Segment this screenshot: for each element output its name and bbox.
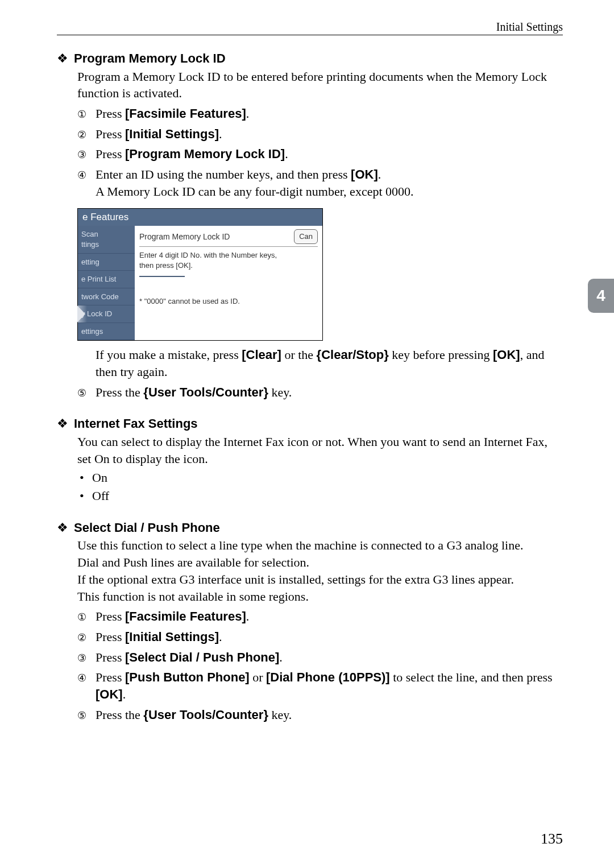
step-post: . — [219, 127, 222, 141]
screenshot-main-title: Program Memory Lock ID — [139, 232, 230, 242]
step-pre: Enter an ID using the number keys, and t… — [96, 167, 351, 181]
list-item: Off — [77, 487, 563, 505]
step: ① Press [Facsimile Features]. — [77, 608, 563, 625]
step-number-icon: ③ — [77, 148, 96, 162]
t: . — [123, 687, 126, 701]
t: to select the line, and then press — [390, 670, 553, 684]
screenshot-sidebar: Scan ttings etting e Print List twork Co… — [78, 226, 135, 340]
bullet-list: On Off — [77, 469, 563, 504]
step-number-icon: ⑤ — [77, 709, 96, 722]
step-pre: Press — [96, 127, 125, 141]
step-number-icon: ② — [77, 128, 96, 142]
step-number-icon: ② — [77, 631, 96, 644]
page-number: 135 — [541, 829, 563, 849]
sidebar-tab[interactable]: e Print List — [78, 271, 135, 288]
step-number-icon: ① — [77, 108, 96, 121]
diamond-bullet-icon: ❖ — [57, 50, 68, 67]
step: ① Press [Facsimile Features]. — [77, 105, 563, 122]
section-intro: Program a Memory Lock ID to be entered b… — [77, 68, 563, 102]
ui-label: [Initial Settings] — [125, 630, 219, 644]
section-title: Internet Fax Settings — [74, 415, 198, 432]
step: ② Press [Initial Settings]. — [77, 126, 563, 143]
step-pre: Press — [96, 147, 125, 161]
section-intro: You can select to display the Internet F… — [77, 433, 563, 467]
ui-label: [Select Dial / Push Phone] — [125, 650, 279, 664]
diamond-bullet-icon: ❖ — [57, 415, 68, 432]
step-extra: A Memory Lock ID can be any four-digit n… — [96, 184, 414, 199]
step-post: . — [219, 630, 222, 644]
sidebar-tab[interactable]: twork Code — [78, 288, 135, 306]
step-text: Press [Facsimile Features]. — [96, 105, 563, 122]
step-number-icon: ④ — [77, 168, 96, 182]
step: ④ Enter an ID using the number keys, and… — [77, 166, 563, 200]
step-pre: Press the — [96, 385, 143, 399]
step-text: Press [Select Dial / Push Phone]. — [96, 649, 563, 666]
step-pre: Press — [96, 630, 125, 644]
step-number-icon: ③ — [77, 651, 96, 665]
step: ⑤ Press the {User Tools/Counter} key. — [77, 706, 563, 724]
step: ⑤ Press the {User Tools/Counter} key. — [77, 384, 563, 401]
sidebar-tab-selected[interactable]: y Lock ID — [78, 305, 135, 323]
step-pre: Press — [96, 106, 125, 121]
step-pre: Press the — [96, 708, 143, 722]
t: If you make a mistake, press — [96, 348, 242, 362]
sidebar-tab[interactable]: Scan ttings — [78, 226, 135, 253]
ui-label: [Dial Phone (10PPS)] — [266, 670, 390, 684]
para: This function is not available in some r… — [77, 588, 563, 605]
step-text: Press [Facsimile Features]. — [96, 608, 563, 625]
post-screenshot-note: If you make a mistake, press [Clear] or … — [96, 346, 563, 380]
id-input[interactable] — [139, 274, 185, 277]
step-pre: Press — [96, 650, 125, 664]
cancel-button[interactable]: Can — [294, 229, 318, 244]
list-item: On — [77, 469, 563, 486]
ui-label: [OK] — [493, 348, 520, 362]
ui-label: [OK] — [96, 687, 123, 701]
step-number-icon: ④ — [77, 671, 96, 685]
step-post: . — [285, 147, 288, 161]
ui-label: [OK] — [351, 167, 378, 181]
step-text: Press [Initial Settings]. — [96, 629, 563, 646]
ui-label: [Clear] — [242, 348, 281, 362]
step-pre: Press — [96, 609, 125, 623]
para: If the optional extra G3 interface unit … — [77, 571, 563, 588]
step-post: key. — [268, 385, 292, 399]
t: or — [250, 670, 266, 684]
step-post: key. — [268, 708, 292, 722]
ui-label: [Initial Settings] — [125, 127, 219, 141]
section-title: Select Dial / Push Phone — [74, 519, 220, 536]
screenshot-titlebar: e Features — [78, 209, 322, 226]
step-text: Press [Program Memory Lock ID]. — [96, 146, 563, 163]
step-pre: Press — [96, 670, 125, 684]
embedded-ui-screenshot: e Features Scan ttings etting e Print Li… — [77, 208, 323, 341]
key-label: Clear/Stop — [321, 348, 384, 362]
step-text: Enter an ID using the number keys, and t… — [96, 166, 563, 200]
step: ③ Press [Select Dial / Push Phone]. — [77, 649, 563, 666]
step-post: . — [279, 650, 283, 664]
section-heading: ❖ Select Dial / Push Phone — [57, 519, 563, 536]
diamond-bullet-icon: ❖ — [57, 519, 68, 536]
screenshot-main: Program Memory Lock ID Can Enter 4 digit… — [135, 226, 322, 340]
section-heading: ❖ Internet Fax Settings — [57, 415, 563, 432]
page-header: Initial Settings — [57, 19, 563, 35]
sidebar-tab[interactable]: etting — [78, 254, 135, 271]
step: ③ Press [Program Memory Lock ID]. — [77, 146, 563, 163]
ui-label: [Program Memory Lock ID] — [125, 147, 285, 161]
ui-label: [Facsimile Features] — [125, 106, 246, 121]
sidebar-tab[interactable]: ettings — [78, 323, 135, 341]
step: ② Press [Initial Settings]. — [77, 629, 563, 646]
step-number-icon: ⑤ — [77, 386, 96, 400]
section-title: Program Memory Lock ID — [74, 50, 226, 67]
t: or the — [281, 348, 317, 362]
header-section-name: Initial Settings — [496, 19, 563, 35]
section-heading: ❖ Program Memory Lock ID — [57, 50, 563, 67]
step-post: . — [378, 167, 381, 181]
step-post: . — [246, 106, 250, 121]
screenshot-instruction: Enter 4 digit ID No. with the Number key… — [139, 250, 318, 270]
t: key before pressing — [389, 348, 493, 362]
step-number-icon: ① — [77, 610, 96, 624]
key-label: User Tools/Counter — [148, 708, 264, 722]
step-text: Press [Push Button Phone] or [Dial Phone… — [96, 669, 563, 702]
step-text: Press the {User Tools/Counter} key. — [96, 706, 563, 724]
key-label: User Tools/Counter — [148, 385, 264, 399]
chapter-tab: 4 — [588, 279, 614, 313]
